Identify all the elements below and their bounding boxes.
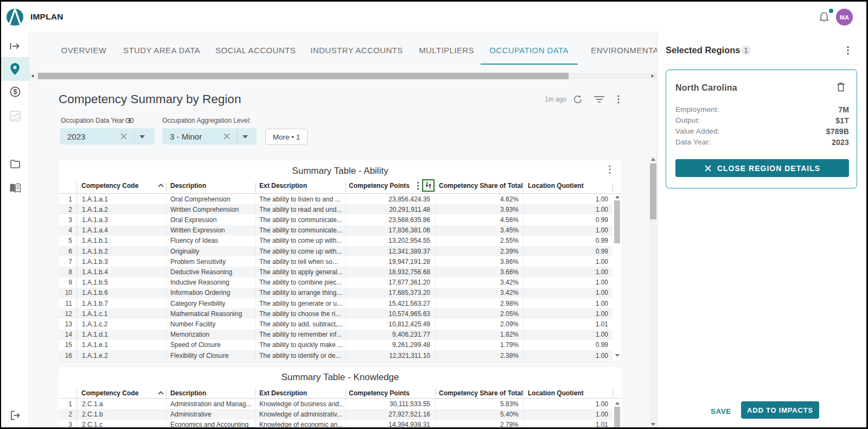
svg-text:$: $ xyxy=(14,88,17,96)
